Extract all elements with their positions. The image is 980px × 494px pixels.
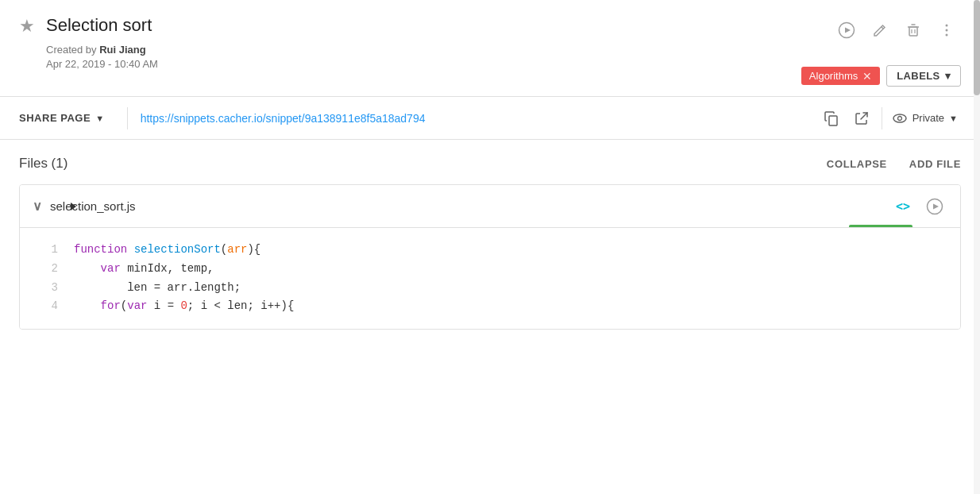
more-options-button[interactable] (932, 16, 961, 44)
page-header: ★ Selection sort Created by Rui Jiang Ap… (0, 0, 980, 97)
code-area: 1 function selectionSort(arr){ 2 var min… (20, 228, 960, 329)
labels-btn-text: LABELS (897, 70, 939, 82)
private-button[interactable]: Private ▼ (889, 110, 961, 126)
svg-point-8 (946, 25, 948, 27)
code-view-button[interactable]: <> (890, 194, 916, 219)
file-card: ∨ selection_sort.js <> (19, 184, 961, 330)
line-number-4: 4 (33, 297, 58, 316)
code-for-cond: ; i < len; i++){ (187, 299, 294, 312)
code-var-kw: var (101, 262, 128, 275)
file-name-label: selection_sort.js (50, 199, 890, 213)
share-page-chevron-icon: ▼ (95, 114, 104, 123)
eye-icon (892, 110, 908, 126)
page-title: Selection sort (46, 14, 158, 37)
edit-button[interactable] (866, 16, 894, 44)
delete-button[interactable] (899, 16, 928, 44)
collapse-button[interactable]: COLLAPSE (827, 158, 887, 170)
author-name: Rui Jiang (99, 44, 146, 56)
code-line-2: 2 var minIdx, temp, (20, 260, 960, 279)
label-tag-algorithms: Algorithms ✕ (801, 67, 880, 85)
edit-icon (872, 22, 888, 38)
code-line-1: 1 function selectionSort(arr){ (20, 241, 960, 260)
open-external-icon (854, 110, 870, 126)
private-label: Private (912, 112, 944, 124)
svg-point-10 (946, 34, 948, 37)
code-icon: <> (896, 199, 910, 214)
scrollbar-thumb[interactable] (974, 0, 980, 95)
share-divider (127, 107, 128, 129)
code-content-4: for(var i = 0; i < len; i++){ (74, 297, 947, 316)
share-icon-group (818, 105, 875, 132)
code-num-zero: 0 (180, 299, 187, 312)
play-button[interactable] (832, 16, 861, 44)
open-external-button[interactable] (848, 105, 875, 132)
play-icon (838, 21, 855, 39)
code-indent (74, 262, 101, 275)
code-var-list: minIdx, temp, (127, 262, 214, 275)
share-page-label: SHARE PAGE (19, 112, 91, 124)
code-keyword: function (74, 243, 134, 256)
more-options-icon (945, 23, 948, 37)
files-title: Files (1) (19, 156, 68, 172)
code-param: arr (227, 243, 247, 256)
collapse-arrow-icon: ∨ (33, 199, 42, 214)
files-actions: COLLAPSE ADD FILE (827, 158, 961, 170)
code-for-var: var (127, 299, 154, 312)
line-number-2: 2 (33, 260, 58, 279)
share-divider-2 (882, 107, 882, 129)
code-for-kw: for (101, 299, 121, 312)
code-function-name: selectionSort (134, 243, 221, 256)
svg-point-14 (897, 116, 901, 120)
labels-row: Algorithms ✕ LABELS ▾ (801, 65, 961, 87)
code-content-3: len = arr.length; (74, 279, 947, 298)
code-indent2 (74, 299, 101, 312)
svg-rect-3 (909, 27, 917, 36)
label-tag-text: Algorithms (809, 70, 858, 82)
labels-chevron-icon: ▾ (945, 70, 951, 82)
svg-line-12 (861, 113, 867, 119)
share-page-button[interactable]: SHARE PAGE ▼ (19, 112, 114, 124)
svg-line-2 (882, 27, 884, 29)
file-card-actions: <> (890, 194, 947, 219)
private-chevron-icon: ▼ (949, 114, 958, 123)
code-content-2: var minIdx, temp, (74, 260, 947, 279)
trash-icon (905, 22, 921, 38)
code-plain-2: ){ (247, 243, 260, 256)
code-line-3: 3 len = arr.length; (20, 279, 960, 298)
svg-rect-11 (829, 116, 837, 125)
code-len: len = arr.length; (74, 281, 241, 294)
svg-point-9 (946, 29, 948, 32)
add-file-button[interactable]: ADD FILE (909, 158, 961, 170)
scrollbar[interactable] (974, 0, 980, 494)
file-collapse-button[interactable]: ∨ (33, 199, 42, 214)
label-tag-close[interactable]: ✕ (862, 71, 872, 82)
copy-icon (824, 110, 839, 126)
svg-marker-1 (845, 28, 851, 33)
share-bar: SHARE PAGE ▼ https://snippets.cacher.io/… (0, 97, 980, 140)
svg-marker-16 (933, 203, 939, 209)
svg-point-13 (893, 114, 906, 122)
labels-button[interactable]: LABELS ▾ (886, 65, 961, 87)
files-section: Files (1) COLLAPSE ADD FILE ∨ selection_… (0, 140, 980, 330)
code-line-4: 4 for(var i = 0; i < len; i++){ (20, 297, 960, 316)
line-number-1: 1 (33, 241, 58, 260)
code-plain: ( (221, 243, 227, 256)
created-date: Apr 22, 2019 - 10:40 AM (46, 58, 158, 70)
run-button[interactable] (922, 194, 947, 219)
code-for-paren: ( (121, 299, 127, 312)
file-card-header: ∨ selection_sort.js <> (20, 185, 960, 228)
star-icon[interactable]: ★ (19, 16, 35, 37)
file-progress-indicator (849, 225, 912, 227)
files-header: Files (1) COLLAPSE ADD FILE (19, 156, 961, 172)
created-by-label: Created by Rui Jiang (46, 44, 146, 56)
share-url-link[interactable]: https://snippets.cacher.io/snippet/9a138… (141, 112, 808, 125)
run-icon (926, 198, 943, 215)
copy-url-button[interactable] (818, 105, 845, 132)
header-actions (832, 16, 961, 44)
code-content-1: function selectionSort(arr){ (74, 241, 947, 260)
line-number-3: 3 (33, 279, 58, 298)
code-for-body: i = (154, 299, 181, 312)
header-left: ★ Selection sort Created by Rui Jiang Ap… (19, 14, 158, 70)
